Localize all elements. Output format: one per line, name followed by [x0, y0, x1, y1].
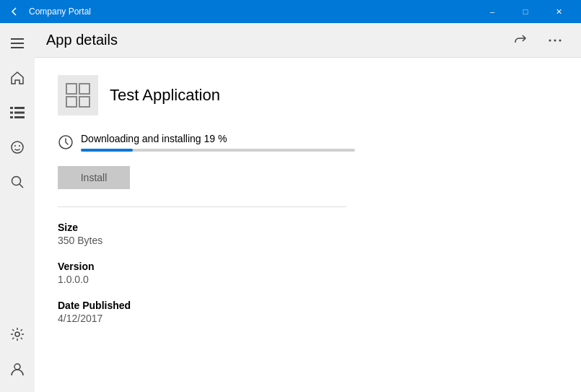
date-published-section: Date Published 4/12/2017 — [58, 300, 558, 324]
page-title: App details — [46, 32, 506, 48]
app-header: Test Application — [58, 75, 558, 116]
svg-point-14 — [15, 332, 19, 336]
date-published-label: Date Published — [58, 300, 558, 311]
svg-rect-4 — [14, 107, 25, 109]
sidebar — [0, 23, 35, 392]
svg-rect-21 — [66, 97, 77, 107]
svg-point-12 — [12, 177, 21, 186]
svg-rect-0 — [11, 38, 24, 40]
svg-rect-7 — [10, 116, 13, 118]
svg-point-17 — [554, 39, 556, 41]
app-container: App details — [0, 23, 581, 392]
svg-point-11 — [19, 145, 20, 147]
sidebar-item-user[interactable] — [0, 352, 35, 386]
app-icon — [65, 82, 91, 108]
title-bar: Company Portal – □ ✕ — [0, 0, 581, 23]
download-text: Downloading and installing 19 % — [81, 133, 558, 144]
header-actions — [506, 26, 569, 55]
app-icon-box — [58, 75, 98, 116]
minimize-button[interactable]: – — [476, 0, 509, 23]
svg-line-13 — [19, 184, 23, 188]
progress-bar-fill — [81, 149, 133, 152]
main-area: App details — [35, 23, 581, 392]
svg-rect-8 — [14, 116, 25, 118]
sidebar-item-list[interactable] — [0, 95, 35, 130]
size-label: Size — [58, 222, 558, 233]
restore-button[interactable]: □ — [509, 0, 542, 23]
size-value: 350 Bytes — [58, 235, 558, 246]
svg-rect-19 — [66, 84, 77, 94]
download-text-area: Downloading and installing 19 % — [81, 133, 558, 152]
sidebar-item-smiley[interactable] — [0, 130, 35, 165]
more-options-button[interactable] — [541, 26, 569, 55]
install-button[interactable]: Install — [58, 166, 130, 189]
version-label: Version — [58, 261, 558, 272]
sidebar-item-settings[interactable] — [0, 317, 35, 352]
back-button[interactable] — [6, 3, 23, 20]
section-divider — [58, 206, 346, 207]
svg-point-9 — [12, 141, 23, 153]
clock-icon — [58, 134, 74, 150]
share-button[interactable] — [506, 26, 535, 55]
app-name: Test Application — [110, 86, 220, 105]
sidebar-item-home[interactable] — [0, 61, 35, 95]
svg-rect-6 — [14, 112, 25, 114]
title-bar-title: Company Portal — [29, 6, 476, 17]
svg-rect-2 — [11, 47, 24, 48]
sidebar-bottom — [0, 317, 35, 392]
progress-bar-background — [81, 149, 355, 152]
version-value: 1.0.0.0 — [58, 274, 558, 285]
svg-rect-22 — [79, 97, 89, 107]
svg-rect-5 — [10, 112, 13, 114]
date-published-value: 4/12/2017 — [58, 313, 558, 324]
svg-point-18 — [559, 39, 562, 41]
svg-rect-3 — [10, 107, 13, 109]
header-bar: App details — [35, 23, 581, 58]
content-area: Test Application Downloading and install… — [35, 58, 581, 392]
size-section: Size 350 Bytes — [58, 222, 558, 246]
version-section: Version 1.0.0.0 — [58, 261, 558, 285]
svg-point-16 — [549, 39, 551, 41]
close-button[interactable]: ✕ — [542, 0, 575, 23]
window-controls: – □ ✕ — [476, 0, 575, 23]
svg-point-15 — [14, 364, 20, 370]
hamburger-menu-button[interactable] — [0, 26, 35, 61]
svg-point-10 — [14, 145, 16, 147]
svg-rect-20 — [79, 84, 89, 94]
download-status: Downloading and installing 19 % — [58, 133, 558, 152]
svg-rect-1 — [11, 43, 24, 44]
sidebar-item-search[interactable] — [0, 165, 35, 199]
